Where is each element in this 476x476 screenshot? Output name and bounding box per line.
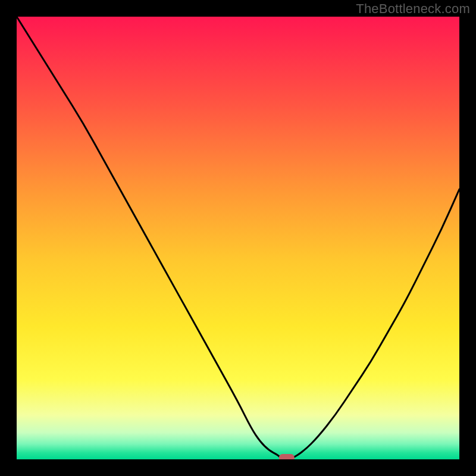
optimum-marker (279, 454, 295, 459)
plot-area (17, 17, 459, 459)
watermark-text: TheBottleneck.com (356, 1, 470, 17)
bottleneck-chart (17, 17, 459, 459)
chart-frame: TheBottleneck.com (0, 0, 476, 476)
gradient-background (17, 17, 459, 459)
